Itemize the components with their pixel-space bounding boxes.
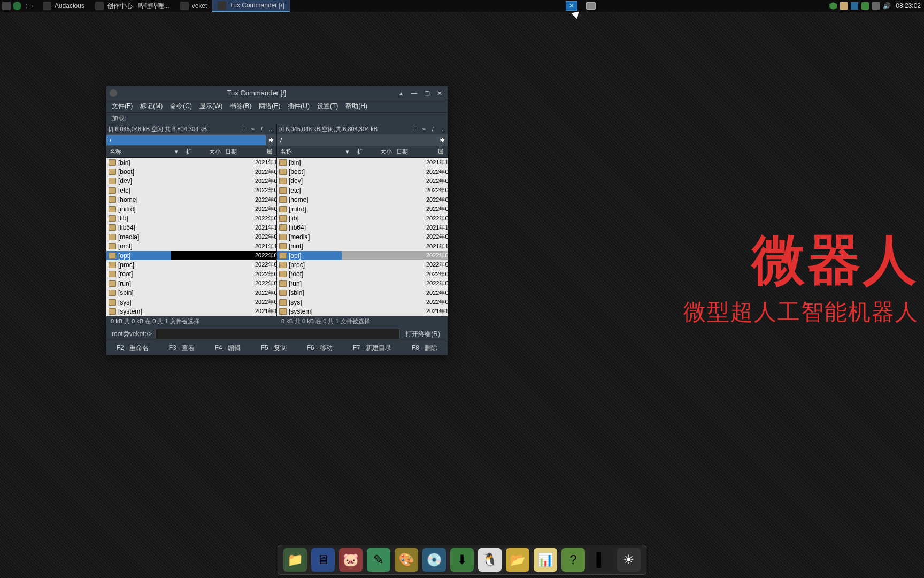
file-row[interactable]: [system]2021年12drw xyxy=(106,307,276,316)
file-row[interactable]: [root]2022年03drw xyxy=(106,270,276,279)
volume-icon[interactable]: 🔊 xyxy=(883,2,890,10)
file-row[interactable]: [media]2022年03drw xyxy=(277,232,448,241)
close-button[interactable]: ✕ xyxy=(435,88,444,98)
dock-folder[interactable]: 📂 xyxy=(506,548,529,572)
desktop-menu-icon[interactable] xyxy=(2,2,11,10)
bookmark-button[interactable]: ✱ xyxy=(437,136,448,144)
file-row[interactable]: [lib]2022年03drw xyxy=(106,214,276,223)
taskbar-item[interactable]: Audacious xyxy=(37,0,90,12)
dock-filemanager[interactable]: 📁 xyxy=(283,548,307,572)
dock-paint[interactable]: 🎨 xyxy=(395,548,418,572)
minimize-button[interactable]: — xyxy=(409,88,419,98)
keyboard-icon[interactable] xyxy=(872,2,880,10)
rollup-button[interactable]: ▴ xyxy=(396,88,406,98)
file-row[interactable]: [opt]2022年03drw xyxy=(106,251,276,260)
file-row[interactable]: [proc]2022年03dr-x xyxy=(106,260,276,269)
home-button[interactable]: ~ xyxy=(420,126,427,132)
file-row[interactable]: [dev]2022年03drw xyxy=(277,177,448,186)
file-row[interactable]: [initrd]2022年03drw xyxy=(277,204,448,214)
battery-icon[interactable] xyxy=(861,2,869,10)
right-file-list[interactable]: [bin]2021年12drw[boot]2022年03drw[dev]2022… xyxy=(277,158,448,316)
maximize-button[interactable]: ▢ xyxy=(422,88,432,98)
dock-help[interactable]: ? xyxy=(561,548,585,572)
file-row[interactable]: [etc]2022年03drw xyxy=(106,186,276,195)
file-row[interactable]: [lib64]2021年12drw xyxy=(277,223,448,232)
shield-icon[interactable] xyxy=(829,2,837,10)
menu-item[interactable]: 文件(F) xyxy=(112,102,133,111)
dock-chart[interactable]: 📊 xyxy=(534,548,557,572)
function-key[interactable]: F5 - 复制 xyxy=(261,344,287,353)
equal-button[interactable]: = xyxy=(239,126,247,132)
bookmark-button[interactable]: ✱ xyxy=(266,136,276,144)
right-column-headers[interactable]: 名称▾ 扩 大小 日期 属 xyxy=(277,146,448,158)
dock-brightness[interactable]: ☀ xyxy=(617,548,641,572)
menu-item[interactable]: 帮助(H) xyxy=(345,102,367,111)
dock-terminal[interactable]: ▌ xyxy=(589,548,613,572)
file-row[interactable]: [lib]2022年03drw xyxy=(277,214,448,223)
root-button[interactable]: / xyxy=(430,126,436,132)
clipboard-icon[interactable] xyxy=(840,2,848,10)
function-key[interactable]: F6 - 移动 xyxy=(307,344,333,353)
network-icon[interactable] xyxy=(851,2,858,10)
function-key[interactable]: F7 - 新建目录 xyxy=(353,344,392,353)
file-row[interactable]: [bin]2021年12drw xyxy=(106,158,276,167)
file-row[interactable]: [sys]2022年03dr-x xyxy=(106,298,276,307)
menu-item[interactable]: 网络(E) xyxy=(259,102,280,111)
file-row[interactable]: [lib64]2021年12drw xyxy=(106,223,276,232)
home-button[interactable]: ~ xyxy=(249,126,256,132)
file-row[interactable]: [boot]2022年03drw xyxy=(277,167,448,176)
dock-tux[interactable]: 🐧 xyxy=(478,548,502,572)
function-key[interactable]: F3 - 查看 xyxy=(169,344,195,353)
file-row[interactable]: [sbin]2022年03drw xyxy=(277,288,448,297)
path-input[interactable]: / xyxy=(277,135,437,145)
file-row[interactable]: [mnt]2021年12drw xyxy=(277,242,448,251)
file-row[interactable]: [initrd]2022年03drw xyxy=(106,204,276,214)
dock-disc[interactable]: 💿 xyxy=(422,548,446,572)
file-row[interactable]: [home]2022年03drw xyxy=(277,195,448,204)
menu-item[interactable]: 设置(T) xyxy=(317,102,338,111)
open-terminal-button[interactable]: 打开终端(R) xyxy=(403,330,442,339)
taskbar-item[interactable]: veket xyxy=(175,0,213,12)
command-input[interactable] xyxy=(155,329,400,339)
menu-item[interactable]: 命令(C) xyxy=(170,102,192,111)
file-row[interactable]: [sys]2022年03dr-x xyxy=(277,298,448,307)
up-button[interactable]: .. xyxy=(438,126,445,132)
dock-editor[interactable]: ✎ xyxy=(367,548,390,572)
file-row[interactable]: [mnt]2021年12drw xyxy=(106,242,276,251)
file-row[interactable]: [dev]2022年03drw xyxy=(106,177,276,186)
file-row[interactable]: [run]2022年03drw xyxy=(277,279,448,288)
taskbar-item[interactable]: 创作中心 - 哔哩哔哩... xyxy=(90,0,175,12)
function-key[interactable]: F4 - 编辑 xyxy=(215,344,241,353)
dock-pig[interactable]: 🐷 xyxy=(339,548,363,572)
dock-display[interactable]: 🖥 xyxy=(311,548,335,572)
file-row[interactable]: [sbin]2022年03drw xyxy=(106,288,276,297)
clock[interactable]: 08:23:02 xyxy=(894,2,921,10)
menu-item[interactable]: 书签(B) xyxy=(230,102,251,111)
equal-button[interactable]: = xyxy=(410,126,418,132)
left-column-headers[interactable]: 名称▾ 扩 大小 日期 属 xyxy=(106,146,276,158)
menu-item[interactable]: 显示(W) xyxy=(199,102,222,111)
file-row[interactable]: [etc]2022年03drw xyxy=(277,186,448,195)
file-row[interactable]: [system]2021年12drw xyxy=(277,307,448,316)
file-row[interactable]: [proc]2022年03dr-x xyxy=(277,260,448,269)
file-row[interactable]: [home]2022年03drw xyxy=(106,195,276,204)
menu-item[interactable]: 标记(M) xyxy=(140,102,163,111)
path-input[interactable]: / xyxy=(106,135,266,145)
dock-download[interactable]: ⬇ xyxy=(450,548,474,572)
up-button[interactable]: .. xyxy=(267,126,274,132)
file-row[interactable]: [media]2022年03drw xyxy=(106,232,276,241)
file-row[interactable]: [bin]2021年12drw xyxy=(277,158,448,167)
function-key[interactable]: F8 - 删除 xyxy=(412,344,438,353)
taskbar-item[interactable]: Tux Commander [/] xyxy=(212,0,289,12)
root-button[interactable]: / xyxy=(259,126,265,132)
file-row[interactable]: [opt]2022年03drw xyxy=(277,251,448,260)
file-row[interactable]: [boot]2022年03drw xyxy=(106,167,276,176)
window-preview-icon[interactable]: ✕ xyxy=(566,1,578,11)
globe-icon[interactable] xyxy=(13,2,21,10)
function-key[interactable]: F2 - 重命名 xyxy=(117,344,149,353)
file-row[interactable]: [run]2022年03drw xyxy=(106,279,276,288)
file-row[interactable]: [root]2022年03drw xyxy=(277,270,448,279)
left-file-list[interactable]: [bin]2021年12drw[boot]2022年03drw[dev]2022… xyxy=(106,158,276,316)
menu-item[interactable]: 插件(U) xyxy=(288,102,310,111)
titlebar[interactable]: Tux Commander [/] ▴ — ▢ ✕ xyxy=(106,86,448,100)
